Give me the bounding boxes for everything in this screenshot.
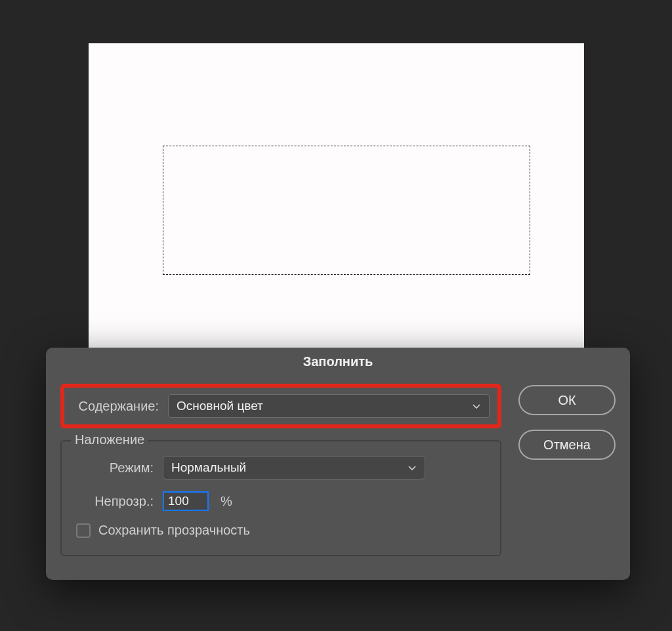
fill-dialog: Заполнить Содержание: Основной цвет Нало… bbox=[46, 348, 630, 580]
blending-legend: Наложение bbox=[71, 432, 148, 447]
opacity-row: Непрозр.: % bbox=[76, 491, 486, 511]
dialog-body: Содержание: Основной цвет Наложение Режи… bbox=[46, 376, 630, 580]
mode-row: Режим: Нормальный bbox=[76, 456, 486, 479]
mode-label: Режим: bbox=[76, 460, 156, 476]
preserve-transparency-label: Сохранить прозрачность bbox=[98, 523, 250, 538]
dialog-title: Заполнить bbox=[46, 348, 630, 376]
cancel-button-label: Отмена bbox=[543, 438, 591, 453]
opacity-input[interactable] bbox=[163, 491, 209, 511]
preserve-transparency-checkbox[interactable] bbox=[76, 523, 91, 538]
opacity-label: Непрозр.: bbox=[76, 494, 156, 509]
content-dropdown[interactable]: Основной цвет bbox=[168, 394, 490, 418]
content-label: Содержание: bbox=[70, 399, 161, 414]
chevron-down-icon bbox=[472, 401, 481, 411]
mode-dropdown[interactable]: Нормальный bbox=[163, 456, 425, 479]
dialog-main-column: Содержание: Основной цвет Наложение Режи… bbox=[60, 384, 501, 556]
chevron-down-icon bbox=[408, 463, 417, 472]
opacity-unit: % bbox=[220, 494, 232, 509]
cancel-button[interactable]: Отмена bbox=[518, 430, 616, 460]
content-row-highlight: Содержание: Основной цвет bbox=[60, 384, 501, 428]
marquee-selection bbox=[163, 146, 530, 275]
ok-button[interactable]: ОК bbox=[518, 385, 616, 415]
preserve-transparency-row: Сохранить прозрачность bbox=[76, 523, 486, 538]
ok-button-label: ОК bbox=[558, 393, 576, 408]
blending-fieldset: Наложение Режим: Нормальный Непрозр.: % bbox=[60, 440, 501, 556]
dialog-button-column: ОК Отмена bbox=[518, 384, 616, 556]
mode-dropdown-value: Нормальный bbox=[171, 460, 246, 475]
content-dropdown-value: Основной цвет bbox=[177, 399, 263, 413]
